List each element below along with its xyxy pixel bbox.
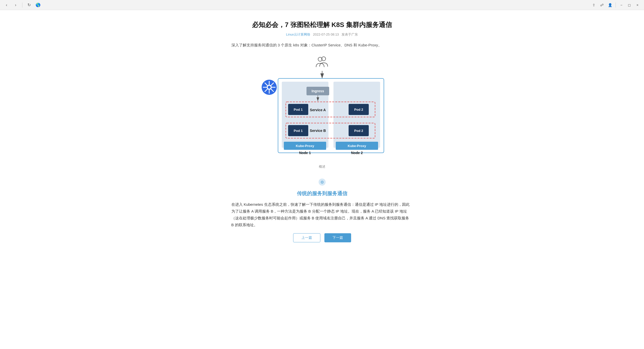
- share-button[interactable]: ⇧: [590, 2, 597, 9]
- section-heading: 传统的服务到服务通信: [231, 190, 413, 197]
- prev-button[interactable]: 上一篇: [293, 233, 320, 242]
- back-button[interactable]: ‹: [3, 2, 10, 9]
- person-button[interactable]: 👤: [606, 2, 614, 9]
- svg-text:Service B: Service B: [310, 129, 326, 133]
- title-bar-controls: ‹ › ↻ 🌎: [0, 2, 42, 9]
- bookmark-button[interactable]: ☍: [598, 2, 605, 9]
- forward-button[interactable]: ›: [12, 2, 19, 9]
- minimize-button[interactable]: −: [618, 2, 625, 9]
- article-intro: 深入了解支持服务间通信的 3 个原生 k8s 对象：ClusterIP Serv…: [231, 42, 413, 48]
- maximize-button[interactable]: ◻: [626, 2, 633, 9]
- k8s-architecture-diagram: Ingress Pod 1 Service A Pod 2 Pod 1 Serv…: [257, 54, 388, 160]
- article-meta: Linux云计算网络 2022-07-25 08:13 发表于广东: [231, 32, 413, 37]
- title-bar: ‹ › ↻ 🌎 ⇧ ☍ 👤 − ◻ ×: [0, 0, 644, 10]
- separator: [22, 3, 22, 8]
- author[interactable]: Linux云计算网络: [286, 33, 310, 36]
- section-separator-icon: ⚙: [317, 177, 327, 187]
- section-title-text: 传统的服务到服务通信: [297, 190, 347, 197]
- window-controls: ⇧ ☍ 👤 − ◻ ×: [590, 2, 644, 9]
- browser-button[interactable]: 🌎: [35, 2, 42, 9]
- svg-text:Pod 1: Pod 1: [294, 108, 302, 111]
- main-content: 必知必会，7 张图轻松理解 K8S 集群内服务通信 Linux云计算网络 202…: [226, 10, 418, 257]
- location: 发表于广东: [342, 33, 358, 36]
- svg-text:⚙: ⚙: [320, 180, 324, 184]
- diagram-caption: 概述: [231, 164, 413, 169]
- article-title: 必知必会，7 张图轻松理解 K8S 集群内服务通信: [231, 20, 413, 29]
- svg-text:Pod 2: Pod 2: [354, 129, 363, 133]
- svg-text:Ingress: Ingress: [312, 89, 324, 93]
- svg-text:Node 1: Node 1: [299, 151, 311, 155]
- svg-text:Service A: Service A: [310, 108, 326, 112]
- diagram-container: Ingress Pod 1 Service A Pod 2 Pod 1 Serv…: [231, 54, 413, 160]
- bottom-buttons: 上一篇 下一篇: [231, 233, 413, 242]
- svg-point-13: [268, 86, 271, 89]
- svg-text:Kube-Proxy: Kube-Proxy: [348, 144, 366, 148]
- refresh-button[interactable]: ↻: [25, 2, 33, 9]
- separator2: [616, 3, 616, 8]
- date: 2022-07-25 08:13: [313, 33, 339, 36]
- close-button[interactable]: ×: [634, 2, 641, 9]
- svg-text:Pod 2: Pod 2: [354, 108, 363, 111]
- section-body: 在进入 Kubernetes 生态系统之前，快速了解一下传统的服务到服务通信：通…: [231, 201, 413, 228]
- next-button[interactable]: 下一篇: [324, 233, 351, 242]
- svg-text:Node 2: Node 2: [351, 151, 363, 155]
- svg-text:Kube-Proxy: Kube-Proxy: [296, 144, 314, 148]
- svg-text:Pod 1: Pod 1: [294, 129, 302, 133]
